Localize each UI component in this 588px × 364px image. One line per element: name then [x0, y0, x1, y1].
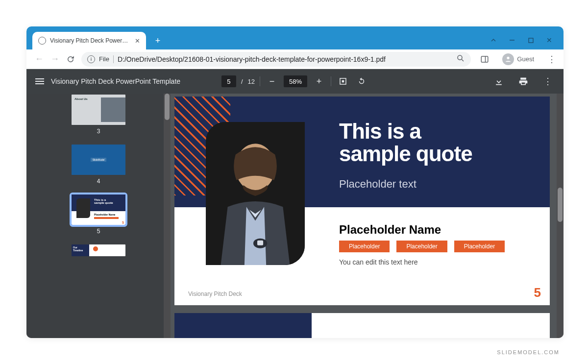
divider — [113, 55, 114, 63]
svg-rect-4 — [482, 56, 489, 62]
pdf-menu-button[interactable]: ⋮ — [541, 74, 555, 88]
maximize-button[interactable] — [527, 37, 534, 44]
thumbnail-pane[interactable]: 2 About Us 3 SlideModel 4 This is a samp… — [26, 94, 171, 338]
zoom-in-button[interactable]: + — [312, 74, 326, 88]
svg-point-6 — [507, 56, 510, 59]
profile-chip[interactable]: Guest — [497, 52, 539, 67]
main-scrollbar[interactable] — [557, 94, 564, 338]
thumbnail-image: SlideModel — [72, 145, 125, 175]
divider — [260, 76, 260, 86]
slide-6-peek — [174, 313, 550, 338]
avatar-icon — [502, 53, 514, 65]
speaker-name: Placeholder Name — [339, 223, 441, 237]
main-pane[interactable]: This is a sample quote Placeholder text … — [171, 94, 564, 338]
url-path: D:/OneDrive/Desktop/21608-01-visionary-p… — [118, 55, 386, 63]
close-tab-button[interactable]: ✕ — [134, 37, 141, 45]
thumbnail-image: About Us — [72, 95, 125, 125]
page-input[interactable] — [221, 75, 236, 87]
titlebar: Visionary Pitch Deck PowerPoint ✕ + ✕ — [26, 26, 564, 49]
guest-label: Guest — [517, 55, 534, 63]
browser-tab[interactable]: Visionary Pitch Deck PowerPoint ✕ — [32, 32, 146, 49]
rotate-button[interactable] — [355, 74, 368, 88]
fit-page-button[interactable] — [336, 74, 350, 88]
back-button[interactable]: ← — [31, 51, 47, 67]
slide-footer: Visionary Pitch Deck — [188, 291, 242, 297]
window-controls: ✕ — [490, 37, 564, 49]
pdf-toolbar: Visionary Pitch Deck PowerPoint Template… — [26, 69, 564, 94]
svg-rect-12 — [257, 241, 263, 245]
zoom-out-button[interactable]: − — [265, 74, 279, 88]
tag: Placeholder — [454, 241, 505, 252]
page-separator: / — [241, 78, 243, 85]
svg-rect-8 — [342, 80, 344, 83]
menu-icon[interactable] — [35, 78, 44, 84]
print-button[interactable] — [516, 74, 530, 88]
editable-text: You can edit this text here — [339, 258, 418, 266]
thumbnail-3[interactable]: About Us 3 — [72, 95, 125, 142]
svg-point-2 — [458, 55, 462, 60]
thumbnail-4[interactable]: SlideModel 4 — [72, 145, 125, 192]
thumbnail-6[interactable]: Our Timeline — [72, 244, 125, 256]
file-chip: File — [99, 55, 109, 63]
minimize-button[interactable] — [490, 37, 497, 44]
tags-row: Placeholder Placeholder Placeholder — [339, 241, 505, 252]
content-area: 2 About Us 3 SlideModel 4 This is a samp… — [26, 94, 564, 338]
quote-subtitle: Placeholder text — [339, 178, 416, 191]
globe-icon — [38, 37, 46, 45]
browser-menu-button[interactable]: ⋮ — [545, 54, 559, 65]
divider — [331, 76, 331, 86]
total-pages: 12 — [248, 78, 255, 85]
browser-window: Visionary Pitch Deck PowerPoint ✕ + ✕ ← … — [26, 26, 564, 338]
tag: Placeholder — [339, 241, 390, 252]
thumbnail-scrollbar[interactable] — [164, 94, 171, 338]
side-panel-button[interactable] — [478, 52, 491, 66]
svg-line-3 — [462, 59, 464, 61]
close-window-button[interactable]: ✕ — [546, 37, 553, 44]
slide-number: 5 — [534, 285, 541, 300]
svg-rect-1 — [529, 38, 533, 43]
forward-button[interactable]: → — [47, 51, 63, 67]
download-button[interactable] — [492, 74, 506, 88]
minimize-dash-button[interactable] — [509, 37, 515, 44]
zoom-level[interactable]: 58% — [284, 75, 307, 87]
tag: Placeholder — [396, 241, 447, 252]
search-icon[interactable] — [456, 54, 465, 65]
thumbnail-number: 4 — [72, 175, 125, 192]
quote-heading: This is a sample quote — [339, 120, 472, 165]
info-icon[interactable]: i — [87, 55, 95, 63]
document-title: Visionary Pitch Deck PowerPoint Template — [51, 77, 180, 85]
slide-5: This is a sample quote Placeholder text … — [174, 97, 550, 305]
reload-button[interactable] — [63, 51, 78, 67]
thumbnail-5[interactable]: This is a sample quote Placeholder Name … — [72, 194, 125, 242]
new-tab-button[interactable]: + — [151, 34, 165, 48]
thumbnail-number: 5 — [72, 225, 125, 242]
omnibox[interactable]: i File D:/OneDrive/Desktop/21608-01-visi… — [81, 52, 471, 67]
thumbnail-number: 3 — [72, 125, 125, 142]
address-bar: ← → i File D:/OneDrive/Desktop/21608-01-… — [26, 49, 564, 69]
watermark: SLIDEMODEL.COM — [497, 349, 560, 355]
thumbnail-image: This is a sample quote Placeholder Name … — [72, 194, 125, 225]
thumbnail-image: Our Timeline — [72, 244, 125, 256]
speaker-photo — [206, 122, 305, 265]
tab-title: Visionary Pitch Deck PowerPoint — [50, 37, 130, 44]
